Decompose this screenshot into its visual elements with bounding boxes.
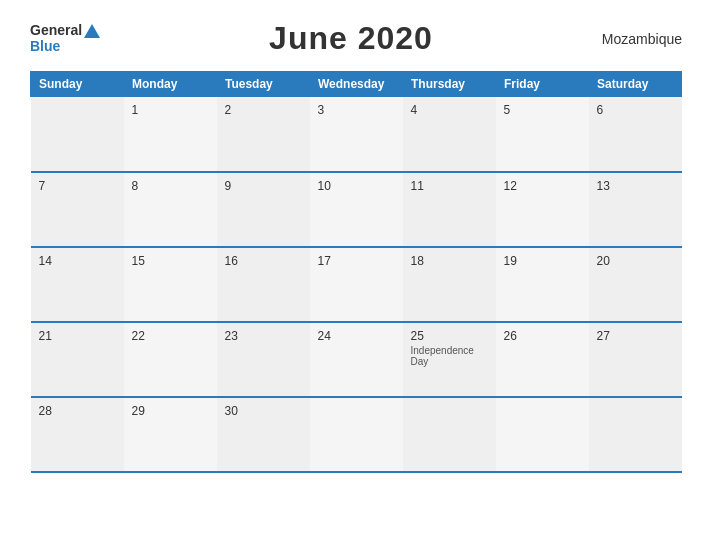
day-header-monday: Monday [124, 72, 217, 97]
logo-general-text: General [30, 23, 100, 38]
calendar-cell: 20 [589, 247, 682, 322]
calendar-week-4: 2122232425Independence Day2627 [31, 322, 682, 397]
calendar-cell: 30 [217, 397, 310, 472]
calendar-week-5: 282930 [31, 397, 682, 472]
calendar-cell: 25Independence Day [403, 322, 496, 397]
calendar-cell [403, 397, 496, 472]
calendar-cell: 23 [217, 322, 310, 397]
calendar-cell: 9 [217, 172, 310, 247]
calendar-week-2: 78910111213 [31, 172, 682, 247]
country-name: Mozambique [602, 31, 682, 47]
day-number: 6 [597, 103, 674, 117]
day-number: 20 [597, 254, 674, 268]
calendar-cell: 12 [496, 172, 589, 247]
day-number: 21 [39, 329, 116, 343]
day-number: 2 [225, 103, 302, 117]
day-number: 1 [132, 103, 209, 117]
calendar-cell: 14 [31, 247, 124, 322]
day-number: 24 [318, 329, 395, 343]
calendar-title: June 2020 [269, 20, 433, 57]
day-number: 14 [39, 254, 116, 268]
day-number: 18 [411, 254, 488, 268]
calendar-cell: 26 [496, 322, 589, 397]
day-number: 12 [504, 179, 581, 193]
day-number: 25 [411, 329, 488, 343]
calendar-cell: 27 [589, 322, 682, 397]
calendar-cell: 17 [310, 247, 403, 322]
days-header-row: SundayMondayTuesdayWednesdayThursdayFrid… [31, 72, 682, 97]
day-header-wednesday: Wednesday [310, 72, 403, 97]
day-number: 23 [225, 329, 302, 343]
calendar-week-3: 14151617181920 [31, 247, 682, 322]
calendar-cell: 5 [496, 97, 589, 172]
day-number: 30 [225, 404, 302, 418]
calendar-cell: 15 [124, 247, 217, 322]
calendar-cell: 8 [124, 172, 217, 247]
day-header-thursday: Thursday [403, 72, 496, 97]
calendar-cell: 4 [403, 97, 496, 172]
day-header-friday: Friday [496, 72, 589, 97]
calendar-cell [589, 397, 682, 472]
holiday-name: Independence Day [411, 345, 488, 367]
day-number: 3 [318, 103, 395, 117]
day-number: 10 [318, 179, 395, 193]
logo-flag-icon [84, 24, 100, 38]
calendar-cell [31, 97, 124, 172]
calendar-cell: 21 [31, 322, 124, 397]
calendar-cell [496, 397, 589, 472]
day-number: 5 [504, 103, 581, 117]
calendar-cell: 28 [31, 397, 124, 472]
day-number: 17 [318, 254, 395, 268]
calendar-cell: 10 [310, 172, 403, 247]
logo: General Blue [30, 23, 100, 54]
day-number: 26 [504, 329, 581, 343]
calendar-cell: 11 [403, 172, 496, 247]
day-number: 9 [225, 179, 302, 193]
calendar-cell: 22 [124, 322, 217, 397]
logo-blue-text: Blue [30, 39, 100, 54]
day-number: 15 [132, 254, 209, 268]
calendar-cell: 19 [496, 247, 589, 322]
day-number: 27 [597, 329, 674, 343]
day-number: 29 [132, 404, 209, 418]
calendar-cell: 7 [31, 172, 124, 247]
calendar-table: SundayMondayTuesdayWednesdayThursdayFrid… [30, 71, 682, 473]
calendar-cell: 16 [217, 247, 310, 322]
calendar-cell: 18 [403, 247, 496, 322]
calendar-week-1: 123456 [31, 97, 682, 172]
calendar-cell: 13 [589, 172, 682, 247]
day-number: 4 [411, 103, 488, 117]
day-number: 13 [597, 179, 674, 193]
calendar-cell: 3 [310, 97, 403, 172]
day-number: 8 [132, 179, 209, 193]
calendar-header: General Blue June 2020 Mozambique [30, 20, 682, 57]
calendar-cell: 1 [124, 97, 217, 172]
day-header-saturday: Saturday [589, 72, 682, 97]
day-number: 11 [411, 179, 488, 193]
calendar-cell [310, 397, 403, 472]
day-number: 22 [132, 329, 209, 343]
day-number: 19 [504, 254, 581, 268]
calendar-cell: 24 [310, 322, 403, 397]
calendar-cell: 6 [589, 97, 682, 172]
day-header-tuesday: Tuesday [217, 72, 310, 97]
day-number: 28 [39, 404, 116, 418]
calendar-cell: 2 [217, 97, 310, 172]
day-number: 16 [225, 254, 302, 268]
day-number: 7 [39, 179, 116, 193]
day-header-sunday: Sunday [31, 72, 124, 97]
calendar-cell: 29 [124, 397, 217, 472]
